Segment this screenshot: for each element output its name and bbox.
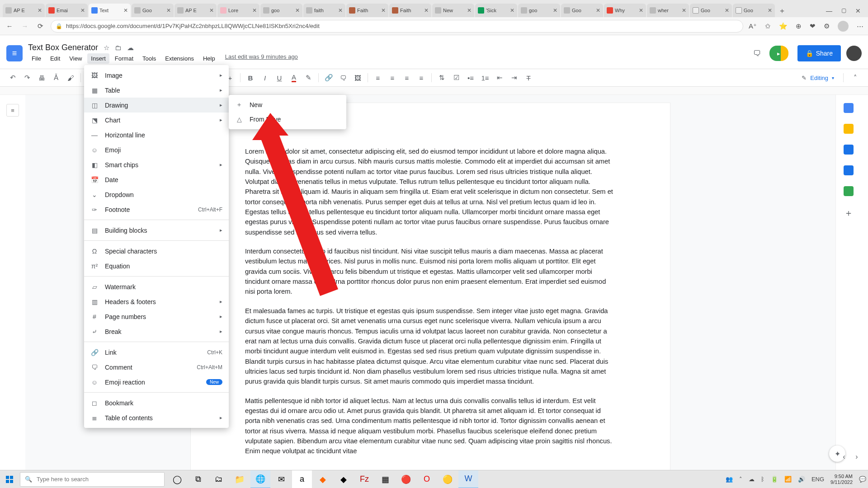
share-button[interactable]: 🔒 Share [797,45,841,61]
close-tab-icon[interactable]: ✕ [381,7,386,14]
close-tab-icon[interactable]: ✕ [682,7,686,14]
doc-title[interactable]: Text Box Generator [28,43,98,52]
undo-button[interactable]: ↶ [6,71,19,84]
close-tab-icon[interactable]: ✕ [639,7,643,14]
insert-table-of-contents[interactable]: ≣ Table of contents▸ [84,410,229,425]
favorites-icon[interactable]: ⭐ [779,22,788,30]
paint-format-button[interactable]: 🖌 [64,71,77,84]
back-button[interactable]: ← [5,21,14,31]
menu-edit[interactable]: Edit [47,53,64,64]
drawing-submenu[interactable]: ＋ New△ From Drive [229,95,346,129]
insert-horizontal-line[interactable]: — Horizontal line [84,127,229,142]
browser-tab[interactable]: wher ✕ [647,4,689,17]
collections-icon[interactable]: ⊕ [796,22,802,30]
last-edit-link[interactable]: Last edit was 9 minutes ago [225,53,298,64]
insert-footnote[interactable]: ✑ FootnoteCtrl+Alt+F [84,202,229,217]
close-tab-icon[interactable]: ✕ [467,7,472,14]
docs-logo-icon[interactable]: ≡ [6,45,23,61]
refresh-button[interactable]: ⟳ [35,21,45,31]
paragraph[interactable]: Et malesuada fames ac turpis. Ut tristiq… [245,306,616,387]
extensions-icon[interactable]: ⚙ [824,22,830,30]
word-icon[interactable]: W [458,470,478,488]
forward-button[interactable]: → [20,21,30,31]
close-tab-icon[interactable]: ✕ [295,7,300,14]
browser-tab[interactable]: Why ✕ [604,4,646,17]
close-tab-icon[interactable]: ✕ [424,7,429,14]
browser-tab[interactable]: Goo ✕ [132,4,174,17]
line-spacing-button[interactable]: ⇅ [435,71,448,84]
menu-file[interactable]: File [28,53,45,64]
close-tab-icon[interactable]: ✕ [166,7,171,14]
menu-format[interactable]: Format [111,53,137,64]
insert-building-blocks[interactable]: ▤ Building blocks▸ [84,223,229,238]
align-center-button[interactable]: ≡ [386,71,399,84]
new-tab-button[interactable]: ＋ [776,5,788,17]
indent-decrease-button[interactable]: ⇤ [493,71,506,84]
edge-icon[interactable]: 🌐 [250,470,270,488]
profile-icon[interactable] [838,21,849,32]
browser-tab[interactable]: Goo ✕ [561,4,603,17]
bold-button[interactable]: B [244,71,257,84]
browser-tab[interactable]: AP E ✕ [175,4,217,17]
volume-icon[interactable]: 🔊 [798,476,805,483]
insert-drawing[interactable]: ◫ Drawing▸ [84,98,229,113]
insert-emoji[interactable]: ☺ Emoji [84,142,229,157]
wifi-icon[interactable]: 📶 [784,476,792,483]
page[interactable]: Lorem ipsum dolor sit amet, consectetur … [191,103,670,470]
insert-bookmark[interactable]: ◻ Bookmark [84,395,229,410]
read-aloud-icon[interactable]: A⁺ [749,22,757,30]
bluetooth-icon[interactable]: ᛒ [761,476,764,483]
browser-tab[interactable]: New ✕ [432,4,474,17]
menu-insert[interactable]: Insert [87,53,109,64]
account-avatar[interactable] [846,46,862,61]
insert-smart-chips[interactable]: ◧ Smart chips▸ [84,157,229,172]
calendar-icon[interactable] [844,103,854,113]
insert-chart[interactable]: ⬔ Chart▸ [84,113,229,127]
clear-formatting-button[interactable]: T [522,71,535,84]
maps-icon[interactable] [844,186,854,196]
close-tab-icon[interactable]: ✕ [80,7,85,14]
menu-view[interactable]: View [66,53,85,64]
insert-special-characters[interactable]: Ω Special characters [84,244,229,258]
app-yellow-icon[interactable]: 🟡 [438,470,458,488]
app-blue-icon[interactable]: ▦ [375,470,395,488]
hide-menus-button[interactable]: ˄ [849,71,862,84]
menu-tools[interactable]: Tools [139,53,160,64]
close-tab-icon[interactable]: ✕ [768,7,772,14]
menu-extensions[interactable]: Extensions [161,53,198,64]
insert-image-button[interactable]: 🖼 [351,71,364,84]
taskbar-clock[interactable]: 9:50 AM 9/11/2022 [830,474,853,485]
underline-button[interactable]: U [273,71,286,84]
drawing-new[interactable]: ＋ New [229,98,346,112]
insert-date[interactable]: 📅 Date [84,172,229,187]
browser-tab[interactable]: Faith ✕ [346,4,388,17]
drawing-from-drive[interactable]: △ From Drive [229,112,346,127]
insert-dropdown[interactable]: 🖼 Image▸▦ Table▸◫ Drawing▸⬔ Chart▸— Hori… [84,65,229,428]
browser-tab[interactable]: Faith ✕ [389,4,431,17]
insert-page-numbers[interactable]: # Page numbers▸ [84,309,229,324]
insert-break[interactable]: ⤶ Break▸ [84,324,229,339]
app-rainbow-icon[interactable]: 🔴 [396,470,416,488]
insert-watermark[interactable]: ▱ Watermark [84,279,229,294]
contacts-icon[interactable] [844,165,854,175]
insert-link[interactable]: 🔗 LinkCtrl+K [84,345,229,360]
align-justify-button[interactable]: ≡ [415,71,428,84]
browser-tab[interactable]: 'Sick ✕ [475,4,517,17]
browser-tab[interactable]: AP E ✕ [3,4,45,17]
move-doc-icon[interactable]: 🗀 [115,44,122,52]
redo-button[interactable]: ↷ [21,71,33,84]
notifications-icon[interactable]: 💬 [859,476,866,483]
close-tab-icon[interactable]: ✕ [596,7,600,14]
app-black-icon[interactable]: ◆ [334,470,354,488]
tasks-icon[interactable] [844,145,854,155]
close-tab-icon[interactable]: ✕ [123,7,128,14]
minimize-icon[interactable]: — [826,7,832,14]
meet-button[interactable]: ▸ [769,46,788,61]
meet-now-icon[interactable]: 👥 [726,476,733,483]
browser-tab[interactable]: Emai ✕ [46,4,88,17]
heart-icon[interactable]: ❤ [810,22,816,30]
paragraph[interactable]: Lorem ipsum dolor sit amet, consectetur … [245,146,616,237]
comment-history-icon[interactable]: 🗨 [749,45,766,62]
battery-icon[interactable]: 🔋 [771,476,778,483]
close-tab-icon[interactable]: ✕ [725,7,729,14]
